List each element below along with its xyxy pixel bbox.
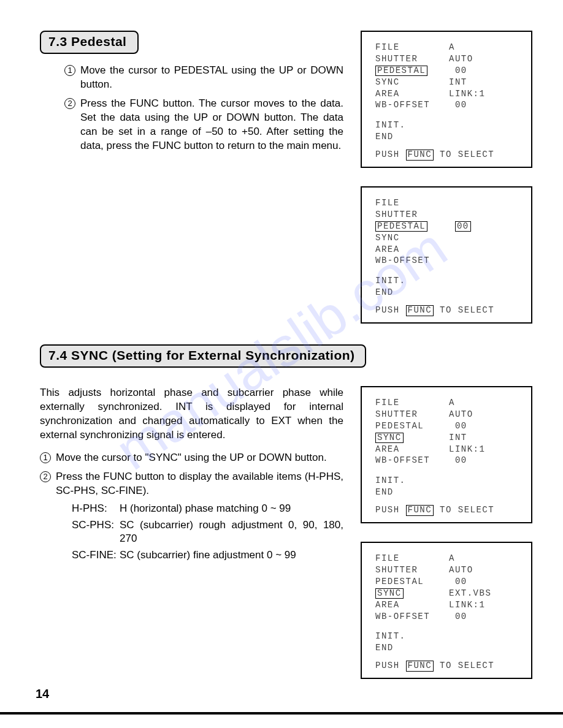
- label-wboffset: WB-OFFSET: [375, 99, 449, 111]
- value-sync: EXT.VBS: [449, 588, 523, 599]
- label-sync: SYNC: [375, 232, 449, 244]
- label-sync: SYNC: [375, 77, 449, 88]
- step-7-4-2: 2 Press the FUNC button to display the a…: [40, 470, 343, 566]
- label-init: INIT.: [375, 475, 406, 487]
- menu-screen-pedestal-select: FILEA SHUTTERAUTO PEDESTAL 00 SYNCINT AR…: [361, 31, 532, 168]
- label-file: FILE: [375, 197, 449, 209]
- label-shutter: SHUTTER: [375, 564, 449, 576]
- label-area: AREA: [375, 244, 449, 256]
- label-sync-boxed: SYNC: [375, 433, 404, 443]
- label-end: END: [375, 287, 394, 298]
- label-init: INIT.: [375, 119, 406, 131]
- step-2: 2 Press the FUNC button. The cursor move…: [64, 97, 343, 153]
- label-shutter: SHUTTER: [375, 409, 449, 420]
- value-wboffset: 00: [455, 100, 467, 110]
- menu-screen-pedestal-edit: FILE SHUTTER PEDESTAL 00 SYNC AREA WB-OF…: [361, 186, 532, 324]
- func-button-label: FUNC: [406, 305, 434, 316]
- label-shutter: SHUTTER: [375, 53, 449, 65]
- menu-screen-sync-ext: FILEA SHUTTERAUTO PEDESTAL 00 SYNCEXT.VB…: [361, 542, 532, 679]
- push-func-line: PUSH FUNC TO SELECT: [375, 504, 523, 516]
- value-wboffset: 00: [455, 455, 467, 465]
- value-sync: INT: [449, 77, 523, 88]
- label-end: END: [375, 131, 394, 143]
- label-shutter: SHUTTER: [375, 209, 449, 221]
- label-pedestal: PEDESTAL: [375, 420, 449, 432]
- section-7-4-heading: 7.4 SYNC (Setting for External Synchroni…: [40, 344, 366, 368]
- label-wboffset: WB-OFFSET: [375, 455, 449, 466]
- value-pedestal-boxed: 00: [455, 221, 471, 232]
- value-shutter: AUTO: [449, 409, 523, 420]
- label-end: END: [375, 487, 394, 498]
- label-area: AREA: [375, 599, 449, 611]
- value-shutter: AUTO: [449, 564, 523, 576]
- func-button-label: FUNC: [406, 150, 434, 160]
- value-file: A: [449, 553, 523, 564]
- func-button-label: FUNC: [406, 661, 434, 671]
- label-file: FILE: [375, 42, 449, 53]
- label-end: END: [375, 642, 394, 654]
- def-scfine: SC-FINE:SC (subcarrier) fine adjustment …: [72, 548, 343, 563]
- page-number: 14: [36, 687, 49, 701]
- value-area: LINK:1: [449, 88, 523, 100]
- step-number-1: 1: [40, 452, 51, 463]
- label-pedestal-boxed: PEDESTAL: [375, 66, 427, 76]
- section-7-4-intro: This adjusts horizontal phase and subcar…: [40, 386, 343, 442]
- label-sync-boxed: SYNC: [375, 588, 404, 599]
- step-7-4-1-text: Move the cursor to "SYNC" using the UP o…: [56, 451, 343, 465]
- value-area: LINK:1: [449, 444, 523, 455]
- label-file: FILE: [375, 553, 449, 564]
- step-1-text: Move the cursor to PEDESTAL using the UP…: [80, 64, 343, 92]
- label-area: AREA: [375, 88, 449, 100]
- value-pedestal: 00: [455, 421, 467, 431]
- value-pedestal: 00: [455, 577, 467, 586]
- label-pedestal-boxed: PEDESTAL: [375, 221, 427, 232]
- value-file: A: [449, 42, 523, 53]
- func-button-label: FUNC: [406, 505, 434, 515]
- push-func-line: PUSH FUNC TO SELECT: [375, 149, 523, 161]
- value-wboffset: 00: [455, 612, 467, 621]
- value-shutter: AUTO: [449, 53, 523, 65]
- menu-screen-sync-int: FILEA SHUTTERAUTO PEDESTAL 00 SYNCINT AR…: [361, 386, 532, 523]
- push-func-line: PUSH FUNC TO SELECT: [375, 305, 523, 316]
- step-7-4-2-text: Press the FUNC button to display the ava…: [56, 470, 343, 566]
- value-file: A: [449, 397, 523, 409]
- footer-rule: [0, 712, 563, 715]
- section-7-3-heading: 7.3 Pedestal: [40, 31, 139, 54]
- step-number-2: 2: [64, 98, 75, 109]
- step-number-2: 2: [40, 471, 51, 482]
- label-wboffset: WB-OFFSET: [375, 611, 449, 623]
- def-hphs: H-PHS:H (horizontal) phase matching 0 ~ …: [72, 502, 343, 516]
- value-area: LINK:1: [449, 599, 523, 611]
- label-pedestal: PEDESTAL: [375, 576, 449, 588]
- step-7-4-1: 1 Move the cursor to "SYNC" using the UP…: [40, 451, 343, 465]
- label-init: INIT.: [375, 275, 406, 287]
- step-number-1: 1: [64, 65, 75, 76]
- step-1: 1 Move the cursor to PEDESTAL using the …: [64, 64, 343, 92]
- label-area: AREA: [375, 444, 449, 455]
- def-scphs: SC-PHS:SC (subcarrier) rough adjustment …: [72, 518, 343, 547]
- value-sync: INT: [449, 432, 523, 444]
- label-init: INIT.: [375, 631, 406, 642]
- label-file: FILE: [375, 397, 449, 409]
- push-func-line: PUSH FUNC TO SELECT: [375, 660, 523, 672]
- value-pedestal: 00: [455, 66, 467, 75]
- label-wboffset: WB-OFFSET: [375, 255, 449, 267]
- step-2-text: Press the FUNC button. The cursor moves …: [80, 97, 343, 153]
